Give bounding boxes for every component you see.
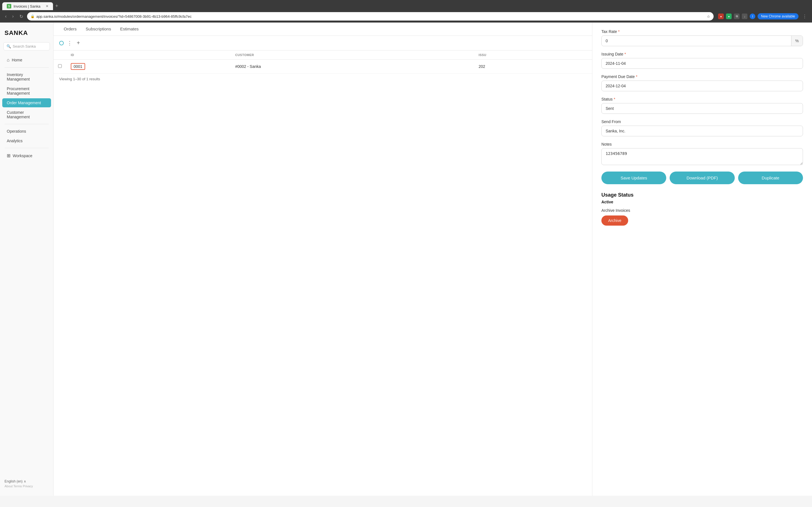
- issuing-date-input[interactable]: [601, 58, 803, 69]
- reload-button[interactable]: ↻: [18, 13, 25, 20]
- sidebar: SANKA 🔍 Search Sanka ⌂ Home Inventory Ma…: [0, 22, 54, 496]
- footer-links: About Terms Privacy: [4, 485, 49, 488]
- search-icon: 🔍: [6, 44, 11, 48]
- lock-icon: 🔒: [31, 14, 35, 18]
- terms-link[interactable]: Terms: [13, 485, 22, 488]
- about-link[interactable]: About: [4, 485, 13, 488]
- tab-orders[interactable]: Orders: [59, 22, 81, 36]
- extension-icon-1[interactable]: ●: [718, 13, 724, 19]
- bookmark-icon[interactable]: ☆: [707, 14, 710, 18]
- viewing-text: Viewing 1–30 of 1 results: [54, 73, 592, 84]
- tab-title: Invoices | Sanka: [13, 4, 40, 8]
- tab-bar: S Invoices | Sanka ✕ +: [0, 0, 812, 10]
- language-selector[interactable]: English (en) ∧: [4, 480, 49, 483]
- notes-label: Notes: [601, 142, 803, 147]
- sidebar-item-procurement[interactable]: Procurement Management: [2, 84, 51, 98]
- payment-due-date-label: Payment Due Date *: [601, 74, 803, 79]
- active-tab[interactable]: S Invoices | Sanka ✕: [2, 2, 53, 10]
- archive-invoices-label: Archive Invoices: [601, 208, 803, 213]
- usage-status-section: Usage Status Active Archive Invoices Arc…: [601, 192, 803, 226]
- status-input[interactable]: [601, 103, 803, 114]
- invoice-id: 0001: [71, 63, 85, 70]
- sidebar-divider-1: [4, 67, 49, 68]
- sidebar-item-home[interactable]: ⌂ Home: [2, 55, 51, 65]
- table-toolbar: ⋮ +: [54, 36, 592, 50]
- archive-button[interactable]: Archive: [601, 216, 628, 226]
- forward-button[interactable]: ›: [10, 13, 15, 20]
- table-row[interactable]: 0001 #0002 - Sanka 202: [54, 60, 592, 73]
- sidebar-search[interactable]: 🔍 Search Sanka: [3, 42, 50, 50]
- chevron-up-icon: ∧: [24, 480, 26, 483]
- row-issue: 202: [474, 60, 592, 73]
- tab-favicon: S: [7, 4, 11, 8]
- action-buttons: Save Updates Download (PDF) Duplicate: [601, 172, 803, 184]
- close-tab-button[interactable]: ✕: [46, 4, 49, 8]
- radio-button[interactable]: [59, 41, 64, 45]
- new-chrome-badge[interactable]: New Chrome available: [758, 13, 799, 19]
- search-placeholder: Search Sanka: [13, 44, 36, 48]
- sidebar-item-analytics[interactable]: Analytics: [2, 136, 51, 145]
- download-icon[interactable]: ↓: [742, 13, 748, 19]
- address-text: app.sanka.io/modules/ordermanagement/inv…: [36, 14, 705, 18]
- chrome-menu-button[interactable]: ⋮: [801, 13, 809, 20]
- add-button[interactable]: +: [75, 39, 81, 47]
- sidebar-item-label: Analytics: [7, 138, 22, 143]
- send-from-input[interactable]: [601, 126, 803, 136]
- right-panel: Tax Rate * % Issuing Date * Payment Due …: [592, 22, 812, 496]
- sidebar-item-label: Operations: [7, 129, 26, 133]
- usage-status-title: Usage Status: [601, 192, 803, 198]
- tab-subscriptions[interactable]: Subscriptions: [81, 22, 116, 36]
- extensions-button[interactable]: ⧉: [734, 13, 740, 19]
- tax-rate-input[interactable]: [602, 36, 791, 46]
- usage-status-value: Active: [601, 200, 803, 204]
- profile-icon[interactable]: I: [750, 13, 755, 19]
- required-star: *: [614, 97, 615, 101]
- notes-input[interactable]: [601, 148, 803, 165]
- sidebar-item-label: Order Management: [7, 101, 41, 105]
- send-from-label: Send From: [601, 119, 803, 124]
- sidebar-item-customer[interactable]: Customer Management: [2, 108, 51, 121]
- checkbox-input[interactable]: [58, 64, 62, 68]
- sidebar-item-label: Workspace: [13, 154, 33, 158]
- send-from-group: Send From: [601, 119, 803, 136]
- duplicate-button[interactable]: Duplicate: [738, 172, 803, 184]
- app-container: SANKA 🔍 Search Sanka ⌂ Home Inventory Ma…: [0, 22, 812, 496]
- percent-suffix: %: [791, 36, 803, 46]
- back-button[interactable]: ‹: [3, 13, 8, 20]
- save-updates-button[interactable]: Save Updates: [601, 172, 666, 184]
- tax-rate-group: Tax Rate * %: [601, 29, 803, 46]
- required-star: *: [618, 29, 619, 34]
- browser-extensions: ● ● ⧉ ↓ I: [718, 13, 755, 19]
- payment-due-date-input[interactable]: [601, 80, 803, 91]
- tab-estimates[interactable]: Estimates: [116, 22, 143, 36]
- download-pdf-button[interactable]: Download (PDF): [670, 172, 734, 184]
- sidebar-item-workspace[interactable]: ⊞ Workspace: [2, 151, 51, 161]
- invoices-table: ID CUSTOMER ISSU 0001 #0002 - Sanka: [54, 50, 592, 73]
- extension-icon-2[interactable]: ●: [726, 13, 732, 19]
- notes-group: Notes: [601, 142, 803, 166]
- sidebar-item-inventory[interactable]: Inventory Management: [2, 70, 51, 83]
- more-options-button[interactable]: ⋮: [66, 39, 73, 47]
- sidebar-footer: English (en) ∧ About Terms Privacy: [0, 476, 53, 491]
- row-id[interactable]: 0001: [66, 60, 231, 73]
- language-label: English (en): [4, 480, 22, 483]
- privacy-link[interactable]: Privacy: [23, 485, 33, 488]
- address-bar[interactable]: 🔒 app.sanka.io/modules/ordermanagement/i…: [27, 12, 714, 20]
- row-customer: #0002 - Sanka: [231, 60, 474, 73]
- tax-rate-label: Tax Rate *: [601, 29, 803, 34]
- sidebar-divider-3: [4, 148, 49, 148]
- tax-rate-input-wrapper: %: [601, 36, 803, 46]
- row-checkbox[interactable]: [54, 60, 66, 73]
- sidebar-item-label: Inventory Management: [7, 72, 47, 81]
- col-id: ID: [66, 50, 231, 60]
- address-bar-row: ‹ › ↻ 🔒 app.sanka.io/modules/ordermanage…: [0, 10, 812, 22]
- new-tab-button[interactable]: +: [53, 2, 61, 10]
- sidebar-item-operations[interactable]: Operations: [2, 127, 51, 136]
- issuing-date-group: Issuing Date *: [601, 52, 803, 69]
- sidebar-item-label: Home: [12, 58, 22, 62]
- table-container: ID CUSTOMER ISSU 0001 #0002 - Sanka: [54, 50, 592, 496]
- sidebar-item-order[interactable]: Order Management: [2, 98, 51, 107]
- status-group: Status *: [601, 97, 803, 114]
- col-customer: CUSTOMER: [231, 50, 474, 60]
- required-star: *: [624, 52, 626, 56]
